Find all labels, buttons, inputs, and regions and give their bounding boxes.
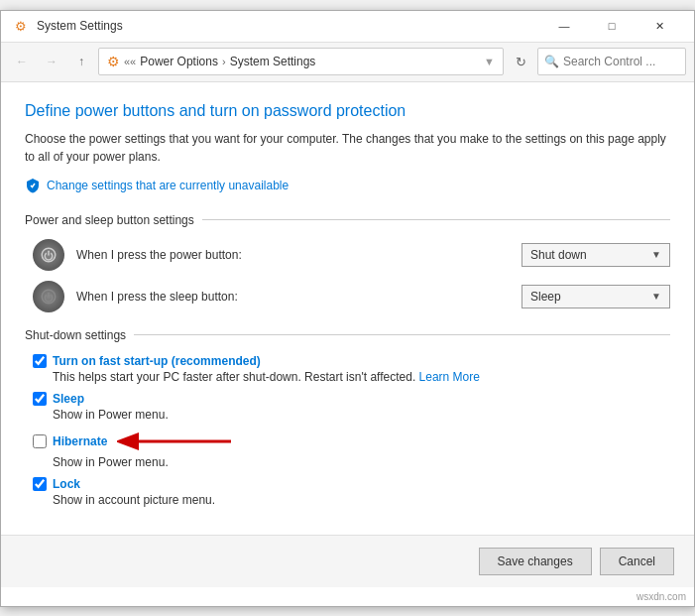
change-settings-link[interactable]: Change settings that are currently unava… [47,179,289,192]
cancel-button[interactable]: Cancel [600,548,674,575]
hibernate-item: Hibernate Show in Power menu. [33,430,670,469]
refresh-button[interactable]: ↻ [508,49,533,74]
power-button-dropdown[interactable]: Shut down ▼ [521,243,670,267]
sleep-button-value: Sleep [530,290,561,304]
power-button-label: When I press the power button: [76,248,521,262]
sleep-button-label: When I press the sleep button: [76,290,521,304]
sleep-button-icon [33,281,64,312]
sleep-desc: Show in Power menu. [33,408,670,422]
fast-startup-checkbox[interactable] [33,354,47,368]
lock-desc: Show in account picture menu. [33,493,670,507]
hibernate-label: Hibernate [53,434,107,448]
power-button-icon [33,239,64,271]
hibernate-checkbox[interactable] [33,434,47,448]
breadcrumb-arrow: › [222,56,226,67]
up-button[interactable]: ↑ [68,49,94,74]
watermark: wsxdn.com [1,587,694,606]
window-controls: — □ ✕ [541,12,682,40]
breadcrumb-sep1: «« [124,56,136,67]
sleep-label: Sleep [53,392,84,406]
hibernate-checkbox-row: Hibernate [33,430,670,453]
fast-startup-learn-more[interactable]: Learn More [419,370,480,384]
breadcrumb-system-settings[interactable]: System Settings [230,55,316,68]
lock-checkbox-row: Lock [33,477,670,491]
sleep-button-dropdown[interactable]: Sleep ▼ [521,285,670,308]
search-box: 🔍 [537,48,686,75]
fast-startup-label: Turn on fast start-up (recommended) [53,354,261,368]
search-icon: 🔍 [544,55,559,68]
power-svg [40,246,58,264]
lock-checkbox[interactable] [33,477,47,491]
close-button[interactable]: ✕ [637,12,682,40]
app-icon: ⚙ [13,18,29,34]
fast-startup-item: Turn on fast start-up (recommended) This… [33,354,670,384]
lock-item: Lock Show in account picture menu. [33,477,670,507]
search-input[interactable] [563,55,679,68]
fast-startup-desc-text: This helps start your PC faster after sh… [53,370,415,384]
address-bar: ← → ↑ ⚙ «« Power Options › System Settin… [1,43,694,82]
breadcrumb-bar: ⚙ «« Power Options › System Settings ▼ [98,48,504,75]
window-title: System Settings [37,19,541,33]
change-settings-link-row: Change settings that are currently unava… [25,178,670,193]
shutdown-section-header: Shut-down settings [25,328,670,342]
breadcrumb-app-icon: ⚙ [107,54,120,69]
power-button-value: Shut down [530,248,587,262]
shutdown-section: Shut-down settings Turn on fast start-up… [25,328,670,507]
sleep-button-row: When I press the sleep button: Sleep ▼ [25,281,670,312]
power-button-row: When I press the power button: Shut down… [25,239,670,271]
shield-icon [25,178,41,193]
power-dropdown-arrow: ▼ [651,249,661,260]
section-divider [202,219,670,220]
sleep-checkbox-row: Sleep [33,392,670,406]
minimize-button[interactable]: — [541,12,587,40]
page-description: Choose the power settings that you want … [25,130,670,166]
title-bar: ⚙ System Settings — □ ✕ [1,11,694,43]
maximize-button[interactable]: □ [589,12,635,40]
main-window: ⚙ System Settings — □ ✕ ← → ↑ ⚙ «« Power… [0,10,695,607]
sleep-checkbox[interactable] [33,392,47,406]
footer: Save changes Cancel [1,535,694,587]
shutdown-section-label: Shut-down settings [25,328,126,342]
sleep-item: Sleep Show in Power menu. [33,392,670,422]
page-title: Define power buttons and turn on passwor… [25,102,670,120]
main-content: Define power buttons and turn on passwor… [1,82,694,535]
fast-startup-checkbox-row: Turn on fast start-up (recommended) [33,354,670,368]
shutdown-settings-list: Turn on fast start-up (recommended) This… [25,354,670,507]
sleep-svg [40,288,58,306]
back-button[interactable]: ← [9,49,35,74]
sleep-dropdown-arrow: ▼ [651,291,661,302]
power-sleep-section-label: Power and sleep button settings [25,213,194,227]
power-sleep-section-header: Power and sleep button settings [25,213,670,227]
forward-button[interactable]: → [39,49,64,74]
lock-label: Lock [53,477,80,491]
breadcrumb-dropdown-icon[interactable]: ▼ [484,56,495,67]
hibernate-arrow-icon [117,430,236,453]
save-changes-button[interactable]: Save changes [479,548,592,575]
hibernate-desc: Show in Power menu. [33,455,670,469]
fast-startup-desc: This helps start your PC faster after sh… [33,370,670,384]
breadcrumb-power-options[interactable]: Power Options [140,55,218,68]
shutdown-section-divider [134,334,670,335]
